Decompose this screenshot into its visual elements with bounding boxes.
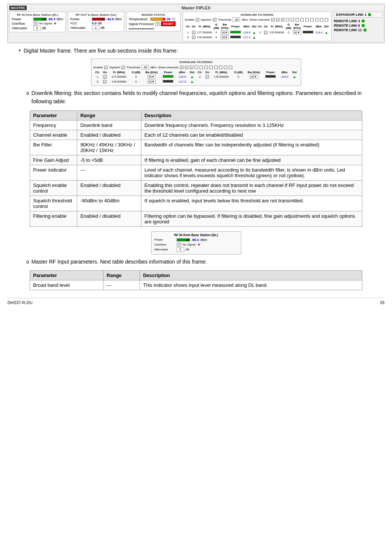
- remote-link-6: REMOTE LINK 6: [334, 24, 383, 27]
- expansor-link-label: EXPANSOR LINK 1: [336, 13, 366, 17]
- col-on: On: [191, 23, 196, 30]
- mini-show-ch6: [204, 66, 208, 69]
- enable-label: Enable: [185, 18, 194, 21]
- attenuator-input[interactable]: [33, 26, 41, 30]
- rf-att-input[interactable]: [177, 247, 184, 252]
- dl-filter-mini-panel: DOWNLINK FILTERING Enable ✓ Squelch ✓ Th…: [91, 59, 301, 86]
- sub-bullet-text-1: Downlink filtering: this section contain…: [32, 89, 381, 106]
- dl-filter-title-top: DOWNLINK FILTERING: [185, 13, 329, 17]
- rf-att-unit: dB: [186, 248, 189, 251]
- mini-ch3-bar: [163, 80, 173, 83]
- mini-show-ch3[interactable]: ✓: [190, 66, 193, 69]
- power-bar: [33, 18, 47, 21]
- squelch-checkbox[interactable]: ✓: [213, 18, 216, 21]
- show-ch2[interactable]: ✓: [276, 18, 279, 21]
- acc-value: 0.0: [92, 21, 97, 25]
- ch1-on[interactable]: ✓: [192, 31, 195, 34]
- master-label: MASTEK: [9, 6, 27, 10]
- table-row: 3 ✓ 178.500000 0 90▼ -117.9 ▲: [185, 35, 329, 40]
- mini-show-ch8: [214, 66, 218, 69]
- rf-out-section: RF OUT to Base Station (UL) Power -40.8 …: [68, 12, 124, 32]
- mini-show-ch4: [195, 66, 198, 69]
- mini-ch3-bw[interactable]: 90▼: [147, 80, 156, 84]
- board-watermark: ■■■■■■■■■■■■■■■■: [129, 27, 178, 30]
- col-dbm: dBm: [242, 23, 251, 30]
- ch2-on[interactable]: ✓: [264, 31, 267, 34]
- table-row: 1 ✓ 177.500000 0 90▼ -116.6 ▲ 2 ✓ 176.50…: [185, 30, 329, 35]
- show-ch3[interactable]: ✓: [281, 18, 284, 21]
- table-row: Channel enableEnabled / disabledEach of …: [30, 130, 362, 140]
- mini-ch2-bw[interactable]: 90▼: [250, 75, 258, 79]
- power-label: Power: [12, 17, 32, 21]
- panel-title: Master FIPLEX: [9, 6, 383, 10]
- mini-enable-label: Enable: [94, 66, 103, 69]
- ch1-bw[interactable]: 90▼: [221, 30, 229, 35]
- expansor-link-dot: [368, 13, 371, 16]
- reset-button[interactable]: RESET: [161, 21, 176, 26]
- remote-link-11-label: REMOTE LINK 11: [334, 28, 362, 32]
- mini-table-row: 3 ✓ 178.500000 0 90▼ -117.9 ▲: [94, 79, 299, 84]
- main-content: • Digital Master frame. There are five s…: [8, 47, 384, 290]
- mini-ch1-on[interactable]: ✓: [103, 75, 107, 78]
- rf-in-title: RF IN from Base Station (DL): [12, 13, 63, 17]
- ch3-on[interactable]: ✓: [192, 36, 195, 39]
- table-row: FrequencyDownlink bandDownlink frequency…: [30, 120, 362, 130]
- mini-squelch-chk[interactable]: ✓: [122, 66, 125, 69]
- sub-bullet-marker-1: o: [26, 89, 29, 97]
- mini-show-ch1[interactable]: ✓: [180, 66, 183, 69]
- mini-ch2-on[interactable]: ✓: [206, 75, 209, 78]
- col-pwr: Power: [230, 23, 242, 30]
- out-power-unit: dBm: [115, 17, 122, 21]
- show-channels-label: Show channels: [249, 18, 270, 21]
- rf-in-mini-panel: RF IN from Base Station (DL) Power -99.3…: [151, 231, 241, 255]
- right-links: EXPANSOR LINK 1 REMOTE LINK 3 REMOTE LIN…: [334, 12, 383, 32]
- overflow-label: Overflow: [12, 22, 32, 26]
- ch3-bw[interactable]: 90▼: [221, 35, 229, 39]
- sig-proc-label: Signal Processor: [129, 22, 154, 26]
- no-signal-arrow: ▼: [53, 21, 57, 26]
- mini-threshold-label: Threshold: [126, 66, 140, 69]
- rf-power-unit: dBm: [200, 238, 207, 242]
- attenuator-label: Attenuator: [12, 26, 32, 30]
- rf-power-value: -99.3: [191, 238, 199, 242]
- rf-no-signal-arrow: ▼: [197, 243, 201, 247]
- parameter-table-1: Parameter Range Description FrequencyDow…: [30, 110, 362, 227]
- sig-proc-indicator: ▽: [155, 22, 160, 26]
- acc-label: ACC: [70, 21, 91, 25]
- table2-col-desc: Description: [140, 271, 362, 280]
- remote-link-3-label: REMOTE LINK 3: [334, 19, 360, 23]
- remote-link-3: REMOTE LINK 3: [334, 19, 383, 23]
- out-attenuator-input[interactable]: [92, 26, 99, 30]
- rf-in-mini-title: RF IN from Base Station (DL): [155, 233, 238, 237]
- mini-table-row: 1 ✓ 177.500000 0 90▼ -116.6 ▲ 2 ✓ 176.50…: [94, 74, 299, 79]
- col-on2: On: [263, 23, 269, 30]
- table-row: Filtering enableEnabled / disabledFilter…: [30, 211, 362, 226]
- power-unit: dBm: [57, 17, 64, 21]
- mini-show-ch2[interactable]: ✓: [185, 66, 188, 69]
- table2-col-param: Parameter: [30, 271, 104, 280]
- table1-col-param: Parameter: [30, 110, 77, 120]
- mini-enable-chk[interactable]: ✓: [104, 66, 108, 69]
- table-row: Squelch threshold control-90dBm to 40dBm…: [30, 196, 362, 211]
- threshold-input[interactable]: [233, 17, 240, 22]
- remote-link-6-dot: [362, 24, 365, 27]
- temp-unit: °C: [171, 17, 175, 21]
- col-det2: Det: [323, 23, 329, 30]
- mini-squelch-label: Squelch: [109, 66, 120, 69]
- rf-overflow-label: Overflow: [155, 243, 175, 246]
- table-row: Squelch enable controlEnabled / disabled…: [30, 180, 362, 196]
- attenuator-unit: dB: [42, 26, 46, 30]
- sub-bullet-2: o Master RF Input parameters. Next table…: [26, 258, 381, 266]
- mini-show-ch9: [219, 66, 222, 69]
- ch2-bw[interactable]: 90▼: [293, 30, 301, 35]
- table-row: Broad band level---This indicator shows …: [30, 280, 362, 290]
- mini-threshold-input[interactable]: [141, 65, 149, 69]
- table2-col-range: Range: [104, 271, 140, 280]
- show-ch1[interactable]: ✓: [271, 18, 275, 21]
- power-value: -99.3: [48, 17, 56, 21]
- bullet-1: • Digital Master frame. There are five s…: [19, 47, 381, 55]
- enable-checkbox[interactable]: ✓: [196, 18, 199, 21]
- mini-ch3-on[interactable]: ✓: [103, 80, 107, 83]
- show-ch8: [305, 18, 309, 21]
- mini-ch1-bw[interactable]: 90▼: [147, 75, 156, 79]
